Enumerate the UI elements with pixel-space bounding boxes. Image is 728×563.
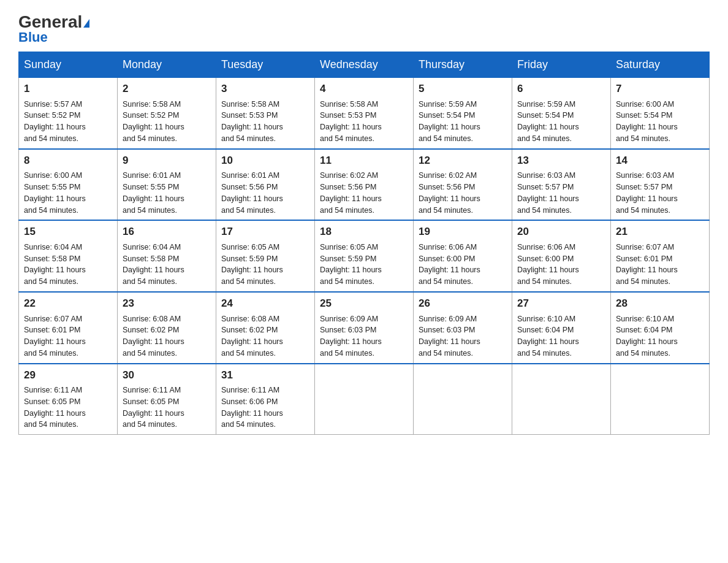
calendar-cell: 13Sunrise: 6:03 AMSunset: 5:57 PMDayligh… — [512, 149, 611, 221]
calendar-week-row: 29Sunrise: 6:11 AMSunset: 6:05 PMDayligh… — [19, 364, 710, 435]
day-number: 9 — [123, 153, 211, 169]
day-info: Sunrise: 6:05 AMSunset: 5:59 PMDaylight:… — [221, 242, 309, 288]
day-number: 6 — [517, 82, 605, 97]
day-info: Sunrise: 6:07 AMSunset: 6:01 PMDaylight:… — [24, 313, 112, 359]
day-info: Sunrise: 5:59 AMSunset: 5:54 PMDaylight:… — [419, 99, 507, 145]
day-number: 19 — [419, 224, 507, 240]
calendar-cell — [414, 364, 512, 435]
calendar-cell: 16Sunrise: 6:04 AMSunset: 5:58 PMDayligh… — [118, 220, 216, 292]
day-number: 26 — [419, 296, 507, 312]
col-header-tuesday: Tuesday — [216, 52, 315, 78]
day-info: Sunrise: 6:08 AMSunset: 6:02 PMDaylight:… — [221, 313, 309, 359]
day-number: 5 — [419, 82, 507, 97]
logo-triangle-icon — [83, 19, 89, 28]
day-info: Sunrise: 6:06 AMSunset: 6:00 PMDaylight:… — [517, 242, 605, 288]
page-header: General Blue — [18, 12, 710, 45]
day-info: Sunrise: 5:58 AMSunset: 5:53 PMDaylight:… — [221, 99, 309, 145]
day-number: 20 — [517, 224, 605, 240]
day-number: 12 — [419, 153, 507, 169]
logo-line2: Blue — [18, 29, 48, 45]
day-info: Sunrise: 6:07 AMSunset: 6:01 PMDaylight:… — [616, 242, 704, 288]
col-header-thursday: Thursday — [414, 52, 512, 78]
calendar-cell — [315, 364, 414, 435]
calendar-cell: 14Sunrise: 6:03 AMSunset: 5:57 PMDayligh… — [611, 149, 710, 221]
day-info: Sunrise: 6:03 AMSunset: 5:57 PMDaylight:… — [517, 170, 605, 216]
col-header-wednesday: Wednesday — [315, 52, 414, 78]
day-info: Sunrise: 6:10 AMSunset: 6:04 PMDaylight:… — [517, 313, 605, 359]
day-number: 10 — [221, 153, 309, 169]
calendar-cell: 4Sunrise: 5:58 AMSunset: 5:53 PMDaylight… — [315, 78, 414, 149]
calendar-cell: 27Sunrise: 6:10 AMSunset: 6:04 PMDayligh… — [512, 292, 611, 364]
calendar-cell: 24Sunrise: 6:08 AMSunset: 6:02 PMDayligh… — [216, 292, 315, 364]
calendar-cell: 23Sunrise: 6:08 AMSunset: 6:02 PMDayligh… — [118, 292, 216, 364]
day-info: Sunrise: 5:59 AMSunset: 5:54 PMDaylight:… — [517, 99, 605, 145]
calendar-cell: 15Sunrise: 6:04 AMSunset: 5:58 PMDayligh… — [19, 220, 118, 292]
day-number: 29 — [24, 368, 112, 383]
calendar-cell: 8Sunrise: 6:00 AMSunset: 5:55 PMDaylight… — [19, 149, 118, 221]
day-info: Sunrise: 6:00 AMSunset: 5:54 PMDaylight:… — [616, 99, 704, 145]
day-info: Sunrise: 5:58 AMSunset: 5:52 PMDaylight:… — [123, 99, 211, 145]
day-number: 16 — [123, 224, 211, 240]
calendar-cell: 25Sunrise: 6:09 AMSunset: 6:03 PMDayligh… — [315, 292, 414, 364]
calendar-cell: 10Sunrise: 6:01 AMSunset: 5:56 PMDayligh… — [216, 149, 315, 221]
calendar-cell: 17Sunrise: 6:05 AMSunset: 5:59 PMDayligh… — [216, 220, 315, 292]
day-number: 13 — [517, 153, 605, 169]
calendar-cell: 11Sunrise: 6:02 AMSunset: 5:56 PMDayligh… — [315, 149, 414, 221]
calendar-cell: 9Sunrise: 6:01 AMSunset: 5:55 PMDaylight… — [118, 149, 216, 221]
calendar-cell: 30Sunrise: 6:11 AMSunset: 6:05 PMDayligh… — [118, 364, 216, 435]
calendar-week-row: 22Sunrise: 6:07 AMSunset: 6:01 PMDayligh… — [19, 292, 710, 364]
day-number: 21 — [616, 224, 704, 240]
day-number: 24 — [221, 296, 309, 312]
calendar-cell: 7Sunrise: 6:00 AMSunset: 5:54 PMDaylight… — [611, 78, 710, 149]
day-number: 8 — [24, 153, 112, 169]
calendar-cell: 3Sunrise: 5:58 AMSunset: 5:53 PMDaylight… — [216, 78, 315, 149]
col-header-saturday: Saturday — [611, 52, 710, 78]
day-info: Sunrise: 6:09 AMSunset: 6:03 PMDaylight:… — [419, 313, 507, 359]
day-info: Sunrise: 6:02 AMSunset: 5:56 PMDaylight:… — [320, 170, 408, 216]
day-info: Sunrise: 6:01 AMSunset: 5:55 PMDaylight:… — [123, 170, 211, 216]
day-number: 2 — [123, 82, 211, 97]
calendar-cell — [512, 364, 611, 435]
calendar-week-row: 1Sunrise: 5:57 AMSunset: 5:52 PMDaylight… — [19, 78, 710, 149]
calendar-cell: 2Sunrise: 5:58 AMSunset: 5:52 PMDaylight… — [118, 78, 216, 149]
calendar-cell: 18Sunrise: 6:05 AMSunset: 5:59 PMDayligh… — [315, 220, 414, 292]
day-info: Sunrise: 6:05 AMSunset: 5:59 PMDaylight:… — [320, 242, 408, 288]
day-number: 4 — [320, 82, 408, 97]
logo: General Blue — [18, 12, 89, 45]
day-number: 18 — [320, 224, 408, 240]
calendar-cell: 21Sunrise: 6:07 AMSunset: 6:01 PMDayligh… — [611, 220, 710, 292]
col-header-sunday: Sunday — [19, 52, 118, 78]
day-number: 27 — [517, 296, 605, 312]
day-number: 14 — [616, 153, 704, 169]
day-number: 28 — [616, 296, 704, 312]
day-number: 11 — [320, 153, 408, 169]
day-info: Sunrise: 6:10 AMSunset: 6:04 PMDaylight:… — [616, 313, 704, 359]
day-info: Sunrise: 6:08 AMSunset: 6:02 PMDaylight:… — [123, 313, 211, 359]
day-number: 23 — [123, 296, 211, 312]
day-info: Sunrise: 6:01 AMSunset: 5:56 PMDaylight:… — [221, 170, 309, 216]
day-info: Sunrise: 6:03 AMSunset: 5:57 PMDaylight:… — [616, 170, 704, 216]
col-header-monday: Monday — [118, 52, 216, 78]
day-info: Sunrise: 6:11 AMSunset: 6:05 PMDaylight:… — [24, 385, 112, 431]
calendar-cell: 19Sunrise: 6:06 AMSunset: 6:00 PMDayligh… — [414, 220, 512, 292]
calendar-cell: 12Sunrise: 6:02 AMSunset: 5:56 PMDayligh… — [414, 149, 512, 221]
day-info: Sunrise: 5:57 AMSunset: 5:52 PMDaylight:… — [24, 99, 112, 145]
day-number: 22 — [24, 296, 112, 312]
calendar-cell: 5Sunrise: 5:59 AMSunset: 5:54 PMDaylight… — [414, 78, 512, 149]
calendar-header-row: SundayMondayTuesdayWednesdayThursdayFrid… — [19, 52, 710, 78]
day-info: Sunrise: 6:09 AMSunset: 6:03 PMDaylight:… — [320, 313, 408, 359]
day-number: 31 — [221, 368, 309, 383]
col-header-friday: Friday — [512, 52, 611, 78]
calendar-cell: 29Sunrise: 6:11 AMSunset: 6:05 PMDayligh… — [19, 364, 118, 435]
calendar-week-row: 15Sunrise: 6:04 AMSunset: 5:58 PMDayligh… — [19, 220, 710, 292]
calendar-week-row: 8Sunrise: 6:00 AMSunset: 5:55 PMDaylight… — [19, 149, 710, 221]
day-number: 15 — [24, 224, 112, 240]
day-info: Sunrise: 6:11 AMSunset: 6:05 PMDaylight:… — [123, 385, 211, 431]
calendar-cell: 22Sunrise: 6:07 AMSunset: 6:01 PMDayligh… — [19, 292, 118, 364]
day-number: 1 — [24, 82, 112, 97]
day-info: Sunrise: 6:00 AMSunset: 5:55 PMDaylight:… — [24, 170, 112, 216]
day-number: 17 — [221, 224, 309, 240]
calendar-table: SundayMondayTuesdayWednesdayThursdayFrid… — [18, 52, 710, 435]
day-number: 7 — [616, 82, 704, 97]
calendar-cell: 31Sunrise: 6:11 AMSunset: 6:06 PMDayligh… — [216, 364, 315, 435]
